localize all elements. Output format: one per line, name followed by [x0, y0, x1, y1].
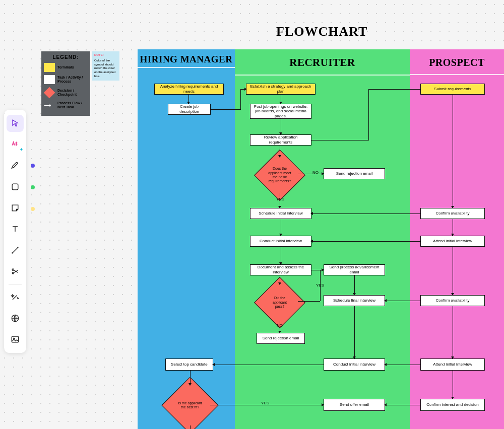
text-icon	[10, 224, 20, 234]
connector	[211, 109, 241, 110]
node-hm-bestfit[interactable]: Is the applicant the best fit?	[170, 385, 210, 425]
node-pros-confirm2[interactable]: Confirm availability	[420, 295, 485, 306]
flow-arrow-icon: ⟶	[44, 103, 55, 108]
label-no: NO	[312, 170, 319, 175]
node-rec-basic[interactable]: Does the applicant meet the basic requir…	[262, 157, 298, 193]
arrowhead-icon	[451, 206, 454, 208]
node-pros-interest[interactable]: Confirm interest and decision	[420, 399, 485, 411]
connector	[453, 95, 453, 208]
connector	[385, 301, 420, 301]
node-pros-confirm1[interactable]: Confirm availability	[420, 208, 485, 219]
node-rec-post[interactable]: Post job openings on website, job boards…	[250, 104, 311, 119]
sticky-tool[interactable]	[7, 199, 24, 217]
note-panel[interactable]: NOTE: Color of the symbol should match t…	[92, 51, 119, 81]
arrowhead-icon	[384, 403, 387, 406]
node-rec-pass[interactable]: Did the applicant pass?	[262, 284, 298, 321]
scissors-tool[interactable]	[7, 263, 24, 280]
arrowhead-icon	[279, 102, 282, 104]
connector	[368, 89, 369, 140]
image-icon	[10, 334, 20, 344]
pointer-tool[interactable]	[7, 115, 24, 132]
node-rec-document[interactable]: Document and assess the interview	[250, 264, 311, 275]
arrowhead-icon	[278, 155, 281, 158]
arrowhead-icon	[278, 206, 281, 208]
connector	[311, 140, 369, 140]
node-rec-schedulefinal[interactable]: Schedule final interview	[324, 295, 385, 306]
node-rec-advancement[interactable]: Send process advancement email	[324, 264, 385, 275]
label-yes: YES	[261, 401, 269, 405]
sticky-color-dot	[31, 207, 35, 211]
shape-tool[interactable]	[7, 178, 24, 195]
label-yes: YES	[316, 283, 324, 288]
svg-point-1	[12, 269, 14, 270]
arrowhead-icon	[187, 102, 190, 104]
lane-title-pros: PROSPECT	[410, 49, 504, 75]
arrowhead-icon	[278, 282, 281, 285]
node-rec-rejection2[interactable]: Send rejection email	[257, 333, 305, 344]
node-rec-conduct2[interactable]: Conduct initial interview	[324, 359, 385, 371]
left-toolbar: +	[4, 110, 26, 353]
connector	[311, 213, 420, 214]
globe-icon	[10, 313, 20, 323]
sticky-note-icon	[10, 203, 20, 213]
cursor-icon	[10, 118, 20, 128]
section-icon	[10, 266, 20, 276]
legend-panel[interactable]: LEGEND: Terminals Task / Activity / Proc…	[41, 51, 90, 116]
node-pros-attend2[interactable]: Attend initial interview	[420, 359, 485, 371]
connector	[368, 89, 420, 90]
node-pros-attend1[interactable]: Attend initial interview	[420, 236, 485, 247]
connector	[298, 174, 324, 174]
arrowhead-icon	[279, 262, 282, 265]
node-rec-rejection1[interactable]: Send rejection email	[324, 168, 385, 179]
shape-color-dot	[31, 185, 35, 189]
connector	[213, 365, 324, 365]
svg-rect-0	[12, 184, 18, 190]
node-rec-schedule[interactable]: Schedule initial interview	[250, 208, 311, 219]
legend-heading: LEGEND:	[44, 54, 88, 60]
node-hm-analyze[interactable]: Analyze hiring requirements and needs	[154, 84, 224, 95]
magic-wand-icon	[10, 292, 20, 302]
ai-tool[interactable]: +	[7, 136, 24, 153]
connector	[385, 365, 420, 365]
arrowhead-icon	[384, 363, 387, 366]
arrowhead-icon	[322, 403, 324, 406]
connector	[354, 306, 355, 359]
legend-decision: Decision / Checkpoint	[44, 87, 88, 98]
arrowhead-icon	[451, 293, 454, 296]
arrowhead-icon	[322, 172, 324, 175]
node-rec-offer[interactable]: Send offer email	[324, 399, 385, 411]
arrowhead-icon	[353, 293, 356, 296]
decision-swatch-icon	[44, 87, 55, 98]
swimlanes: HIRING MANAGER RECRUITER PROSPECT Analyz…	[138, 49, 504, 429]
arrowhead-icon	[451, 356, 454, 359]
terminal-swatch-icon	[44, 63, 55, 72]
connector	[190, 425, 191, 429]
svg-rect-4	[12, 336, 18, 342]
arrowhead-icon	[188, 383, 192, 386]
node-rec-strategy[interactable]: Establish a strategy and approach plan	[246, 84, 316, 95]
label-yes: YES	[276, 197, 284, 201]
magic-tool[interactable]	[7, 289, 24, 306]
canvas-area[interactable]: FLOWCHART LEGEND: Terminals Task / Activ…	[0, 0, 504, 429]
image-tool[interactable]	[7, 331, 24, 348]
connector-tool[interactable]	[7, 242, 24, 259]
node-hm-create[interactable]: Create job description	[168, 104, 211, 115]
arrowhead-icon	[244, 88, 247, 91]
node-rec-review[interactable]: Review application requirements	[250, 134, 311, 146]
legend-process: Task / Activity / Process	[44, 75, 88, 84]
text-tool[interactable]	[7, 221, 24, 238]
pen-color-dot	[31, 164, 35, 168]
connector	[281, 247, 281, 264]
node-hm-select[interactable]: Select top candidate	[165, 359, 213, 371]
node-rec-conduct[interactable]: Conduct initial interview	[250, 236, 311, 247]
arrowhead-icon	[279, 234, 282, 236]
connector	[453, 306, 453, 359]
node-pros-submit[interactable]: Submit requirements	[420, 84, 485, 95]
arrowhead-icon	[279, 132, 282, 135]
arrowhead-icon	[310, 240, 313, 243]
arrowhead-icon	[384, 299, 387, 302]
pen-tool[interactable]	[7, 157, 24, 174]
arrowhead-icon	[278, 331, 281, 333]
arrowhead-icon	[212, 363, 215, 366]
web-tool[interactable]	[7, 310, 24, 327]
